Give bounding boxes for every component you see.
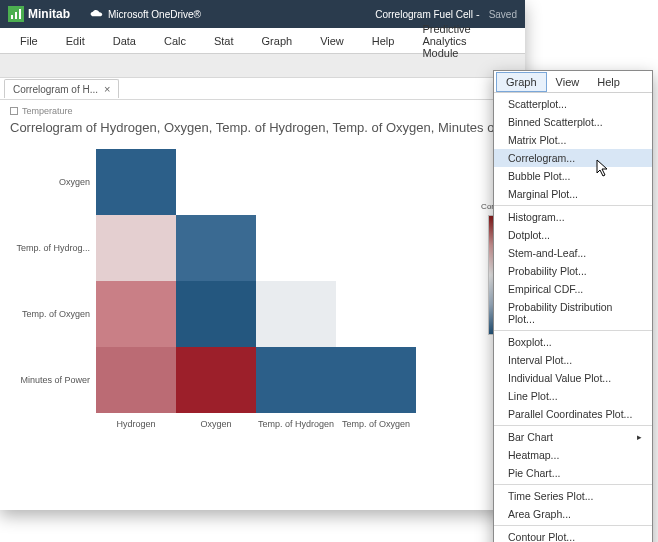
heatmap-grid — [96, 149, 416, 413]
tab-correlogram[interactable]: Correlogram of H... × — [4, 79, 119, 98]
app-name: Minitab — [28, 7, 70, 21]
heatmap-cell — [256, 347, 336, 413]
app-logo-icon — [8, 6, 24, 22]
storage-label: Microsoft OneDrive® — [108, 9, 201, 20]
menu-item[interactable]: Heatmap... — [494, 446, 652, 464]
y-label: Temp. of Oxygen — [10, 281, 96, 347]
menu-item[interactable]: Correlogram... — [494, 149, 652, 167]
chart-title: Correlogram of Hydrogen, Oxygen, Temp. o… — [10, 120, 515, 135]
heatmap-cell — [176, 149, 256, 215]
menu-predictive[interactable]: Predictive Analytics Module — [408, 19, 519, 63]
heatmap-cell — [96, 215, 176, 281]
chevron-right-icon: ▸ — [637, 432, 642, 442]
x-label: Temp. of Oxygen — [336, 413, 416, 429]
heatmap-cell — [336, 281, 416, 347]
menu-item[interactable]: Individual Value Plot... — [494, 369, 652, 387]
popup-list: Scatterplot...Binned Scatterplot...Matri… — [494, 93, 652, 542]
popup-menubar: Graph View Help — [494, 71, 652, 93]
heatmap-cell — [256, 281, 336, 347]
heatmap-cell — [176, 281, 256, 347]
above-label: Temperature — [22, 106, 73, 116]
y-axis-labels: Oxygen Temp. of Hydrog... Temp. of Oxyge… — [10, 149, 96, 413]
menu-item[interactable]: Boxplot... — [494, 330, 652, 351]
menu-calc[interactable]: Calc — [150, 31, 200, 51]
svg-rect-1 — [15, 12, 17, 19]
heatmap-cell — [176, 347, 256, 413]
menu-item[interactable]: Interval Plot... — [494, 351, 652, 369]
menu-item[interactable]: Area Graph... — [494, 505, 652, 523]
menu-item[interactable]: Histogram... — [494, 205, 652, 226]
x-label: Oxygen — [176, 413, 256, 429]
svg-rect-2 — [19, 9, 21, 19]
heatmap-cell — [96, 149, 176, 215]
menu-item[interactable]: Line Plot... — [494, 387, 652, 405]
heatmap-cell — [256, 215, 336, 281]
heatmap-cell — [336, 149, 416, 215]
y-label: Oxygen — [10, 149, 96, 215]
x-axis-labels: Hydrogen Oxygen Temp. of Hydrogen Temp. … — [96, 413, 515, 429]
menu-item[interactable]: Matrix Plot... — [494, 131, 652, 149]
menu-stat[interactable]: Stat — [200, 31, 248, 51]
popup-menu-view[interactable]: View — [547, 73, 589, 91]
menu-item[interactable]: Parallel Coordinates Plot... — [494, 405, 652, 423]
heatmap-cell — [256, 149, 336, 215]
menu-item[interactable]: Time Series Plot... — [494, 484, 652, 505]
menu-item[interactable]: Binned Scatterplot... — [494, 113, 652, 131]
menu-item[interactable]: Probability Plot... — [494, 262, 652, 280]
onedrive-icon — [90, 7, 104, 21]
menu-item[interactable]: Bar Chart▸ — [494, 425, 652, 446]
tabbar: Correlogram of H... × — [0, 78, 525, 100]
menu-item[interactable]: Dotplot... — [494, 226, 652, 244]
square-icon — [10, 107, 18, 115]
menu-item[interactable]: Stem-and-Leaf... — [494, 244, 652, 262]
svg-rect-0 — [11, 15, 13, 19]
popup-menu-help[interactable]: Help — [588, 73, 629, 91]
menu-help[interactable]: Help — [358, 31, 409, 51]
chart-area: Oxygen Temp. of Hydrog... Temp. of Oxyge… — [10, 149, 515, 413]
menu-item[interactable]: Marginal Plot... — [494, 185, 652, 203]
menu-graph[interactable]: Graph — [248, 31, 307, 51]
menu-edit[interactable]: Edit — [52, 31, 99, 51]
tab-label: Correlogram of H... — [13, 84, 98, 95]
heatmap-cell — [96, 281, 176, 347]
graph-menu-popup: Graph View Help Scatterplot...Binned Sca… — [493, 70, 653, 542]
popup-menu-graph[interactable]: Graph — [496, 72, 547, 92]
heatmap-cell — [336, 347, 416, 413]
y-label: Temp. of Hydrog... — [10, 215, 96, 281]
content: Temperature Correlogram of Hydrogen, Oxy… — [0, 100, 525, 435]
heatmap-cell — [336, 215, 416, 281]
menu-item[interactable]: Probability Distribution Plot... — [494, 298, 652, 328]
menu-item[interactable]: Contour Plot... — [494, 525, 652, 542]
x-label: Hydrogen — [96, 413, 176, 429]
y-label: Minutes of Power — [10, 347, 96, 413]
menu-data[interactable]: Data — [99, 31, 150, 51]
main-window: Minitab Microsoft OneDrive® Correlogram … — [0, 0, 525, 510]
x-label: Temp. of Hydrogen — [256, 413, 336, 429]
menu-item[interactable]: Pie Chart... — [494, 464, 652, 482]
menu-item[interactable]: Empirical CDF... — [494, 280, 652, 298]
tab-close-icon[interactable]: × — [104, 83, 110, 95]
heatmap-cell — [96, 347, 176, 413]
menu-view[interactable]: View — [306, 31, 358, 51]
menubar: File Edit Data Calc Stat Graph View Help… — [0, 28, 525, 54]
heatmap-cell — [176, 215, 256, 281]
menu-file[interactable]: File — [6, 31, 52, 51]
menu-item[interactable]: Bubble Plot... — [494, 167, 652, 185]
menu-item[interactable]: Scatterplot... — [494, 95, 652, 113]
breadcrumb: Temperature — [10, 106, 515, 116]
